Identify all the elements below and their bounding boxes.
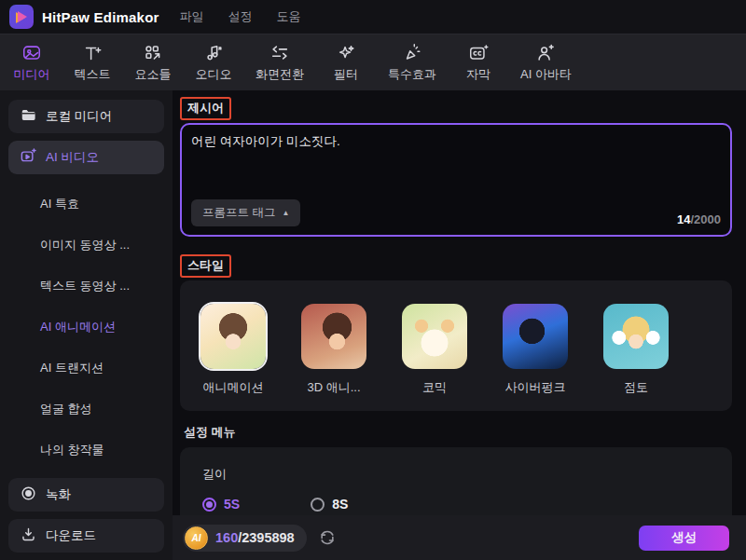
style-label: 사이버펑크: [505, 379, 566, 396]
credits-used: 160: [215, 530, 238, 545]
sidebar-item-local-media[interactable]: 로컬 미디어: [8, 100, 164, 133]
tab-filters[interactable]: 필터: [327, 43, 365, 83]
length-label: 길이: [202, 466, 732, 483]
sidebar-item-image-to-video[interactable]: 이미지 동영상 ...: [8, 237, 164, 253]
tab-label: 자막: [466, 66, 490, 83]
title-bar: HitPaw Edimakor 파일 설정 도움: [0, 0, 746, 34]
elements-icon: [143, 43, 163, 63]
style-option-clay[interactable]: 점토: [601, 304, 670, 411]
sidebar-item-label: 로컬 미디어: [46, 108, 112, 125]
sidebar-item-label: 다운로드: [46, 527, 96, 544]
length-option-5s[interactable]: 5S: [202, 497, 240, 512]
sparkle-icon: [336, 43, 356, 63]
text-icon: [82, 43, 103, 63]
style-thumbnail-comic[interactable]: [402, 304, 467, 369]
style-option-animation[interactable]: 애니메이션: [199, 304, 268, 411]
style-thumbnail-3d-animation[interactable]: [301, 304, 366, 369]
credits-pill: AI 160/2395898: [183, 525, 307, 552]
tab-transitions[interactable]: 화면전환: [256, 43, 304, 83]
tab-label: 미디어: [14, 66, 50, 83]
style-option-cyberpunk[interactable]: 사이버펑크: [501, 304, 570, 411]
menu-settings[interactable]: 설정: [228, 8, 253, 25]
style-option-3d-animation[interactable]: 3D 애니...: [299, 304, 368, 411]
tab-text[interactable]: 텍스트: [74, 43, 111, 83]
generate-button[interactable]: 생성: [639, 526, 729, 551]
main-content: 제시어 어린 여자아이가 미소짓다. 프롬프트 태그 ▲ 14/2000 스타일: [173, 90, 746, 515]
prompt-tag-label: 프롬프트 태그: [202, 205, 275, 221]
tab-ai-avatar[interactable]: AI 아바타: [520, 43, 572, 83]
radio-label: 8S: [332, 497, 348, 512]
credits-total: /2395898: [238, 530, 294, 545]
cc-icon: [468, 43, 489, 63]
char-max: /2000: [690, 212, 721, 226]
menu-bar: 파일 설정 도움: [180, 8, 301, 25]
workspace: 로컬 미디어 AI 비디오 AI 특효 이미지 동영상 ... 텍스트 동영상 …: [0, 90, 746, 560]
style-label: 점토: [624, 379, 648, 396]
prompt-section-label: 제시어: [180, 97, 231, 120]
sidebar-subitems: AI 특효 이미지 동영상 ... 텍스트 동영상 ... AI 애니메이션 A…: [8, 182, 164, 478]
credits-counter: 160/2395898: [215, 530, 295, 545]
sidebar-item-download[interactable]: 다운로드: [8, 519, 164, 553]
style-section-label: 스타일: [180, 254, 231, 278]
tab-subtitles[interactable]: 자막: [460, 43, 497, 83]
tab-media[interactable]: 미디어: [13, 43, 50, 83]
length-option-8s[interactable]: 8S: [311, 497, 348, 512]
radio-unselected-icon: [311, 498, 325, 512]
sidebar-item-label: AI 비디오: [46, 149, 99, 166]
tab-label: 오디오: [196, 66, 232, 83]
style-thumbnail-cyberpunk[interactable]: [503, 304, 568, 369]
sidebar-item-label: 녹화: [46, 486, 71, 503]
tab-label: 텍스트: [75, 66, 111, 83]
app-title: HitPaw Edimakor: [42, 9, 159, 25]
menu-help[interactable]: 도움: [277, 8, 301, 25]
chevron-up-icon: ▲: [282, 209, 289, 217]
folder-icon: [20, 106, 37, 127]
app-logo-icon: [9, 5, 34, 29]
tab-effects[interactable]: 특수효과: [388, 43, 436, 83]
ai-video-icon: [20, 147, 37, 168]
menu-file[interactable]: 파일: [180, 8, 204, 25]
char-counter: 14/2000: [677, 212, 721, 226]
style-label: 3D 애니...: [307, 379, 360, 396]
magic-wand-icon: [402, 43, 422, 63]
style-thumbnail-animation[interactable]: [200, 304, 266, 369]
style-thumbnail-clay[interactable]: [603, 304, 669, 369]
avatar-plus-icon: [535, 43, 556, 63]
audio-icon: [203, 43, 224, 63]
style-label: 애니메이션: [203, 379, 264, 396]
prompt-input[interactable]: 어린 여자아이가 미소짓다.: [191, 132, 721, 199]
transition-arrows-icon: [269, 43, 290, 63]
refresh-icon[interactable]: [318, 528, 337, 547]
style-option-comic[interactable]: 코믹: [400, 304, 469, 411]
style-label: 코믹: [422, 379, 447, 396]
tab-label: AI 아바타: [520, 66, 572, 83]
char-current: 14: [677, 212, 690, 226]
sidebar-item-record[interactable]: 녹화: [8, 478, 164, 512]
sidebar-item-ai-effects[interactable]: AI 특효: [8, 196, 164, 212]
footer-bar: AI 160/2395898 생성: [173, 515, 746, 560]
tab-audio[interactable]: 오디오: [195, 43, 232, 83]
main-panel: 제시어 어린 여자아이가 미소짓다. 프롬프트 태그 ▲ 14/2000 스타일: [173, 90, 746, 560]
prompt-tag-button[interactable]: 프롬프트 태그 ▲: [191, 199, 300, 226]
main-toolbar: 미디어 텍스트 요소들 오디오 화면전환 필터 특수효과 자막 AI 아바타: [0, 34, 746, 90]
sidebar-item-face-swap[interactable]: 얼굴 합성: [8, 401, 164, 417]
tab-label: 요소들: [135, 66, 172, 83]
prompt-box: 어린 여자아이가 미소짓다. 프롬프트 태그 ▲ 14/2000: [180, 123, 732, 237]
sidebar-item-ai-video[interactable]: AI 비디오: [8, 141, 164, 174]
tab-elements[interactable]: 요소들: [134, 43, 172, 83]
radio-label: 5S: [224, 497, 240, 512]
tab-label: 화면전환: [256, 66, 304, 83]
tab-label: 필터: [334, 66, 358, 83]
sidebar-item-my-creations[interactable]: 나의 창작물: [8, 442, 164, 458]
ai-coin-icon: AI: [185, 526, 208, 550]
sidebar-item-ai-transition[interactable]: AI 트랜지션: [8, 360, 164, 376]
record-icon: [20, 485, 37, 505]
media-icon: [21, 43, 42, 63]
length-options: 5S 8S: [202, 497, 732, 512]
sidebar-item-text-to-video[interactable]: 텍스트 동영상 ...: [8, 278, 164, 294]
style-panel: 애니메이션 3D 애니... 코믹 사이버펑크 점토: [180, 280, 732, 411]
sidebar-item-ai-animation[interactable]: AI 애니메이션: [8, 319, 164, 335]
settings-panel: 길이 5S 8S: [180, 447, 732, 515]
radio-selected-icon: [202, 498, 216, 512]
download-icon: [20, 526, 37, 546]
